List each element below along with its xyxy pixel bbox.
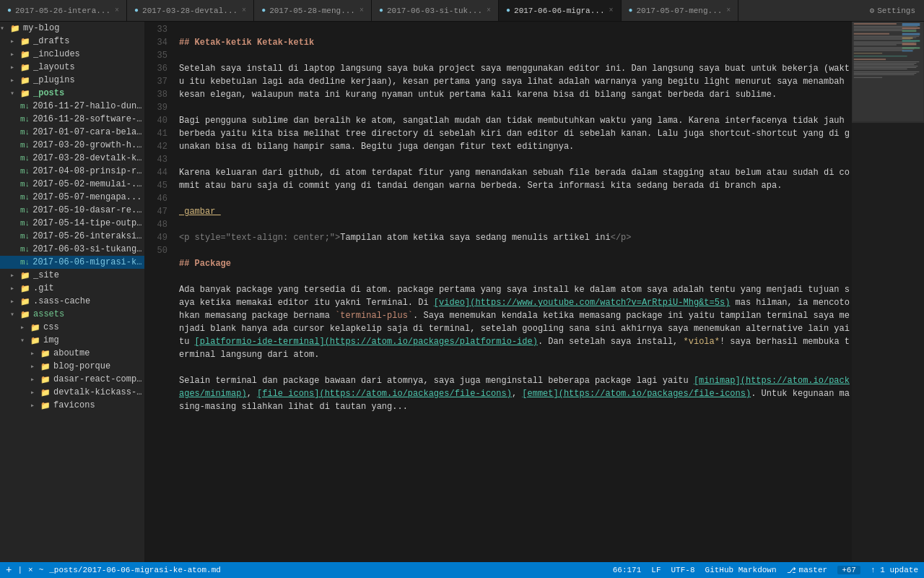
status-utf8[interactable]: UTF-8 — [671, 566, 695, 574]
sidebar-file-6[interactable]: m↓ 2017-04-08-prinsip-r... — [0, 165, 144, 178]
dasar-folder-icon: 📁 — [40, 375, 51, 384]
status-syntax[interactable]: GitHub Markdown — [705, 566, 777, 574]
tab-close-6[interactable]: × — [726, 7, 731, 14]
tab-close-2[interactable]: × — [242, 7, 246, 14]
sidebar-item-includes[interactable]: ▸ 📁 _includes — [0, 48, 144, 61]
sidebar-file-13[interactable]: m↓ 2017-06-06-migrasi-k... — [0, 256, 144, 269]
sidebar-file-7[interactable]: m↓ 2017-05-02-memulai-... — [0, 178, 144, 191]
root-label: my-blog — [23, 23, 59, 33]
code-line-39[interactable] — [179, 153, 852, 166]
root-arrow: ▾ — [0, 24, 10, 33]
dasar-label: dasar-react-compo... — [53, 374, 144, 384]
code-line-37[interactable] — [179, 101, 852, 114]
tab-close-5[interactable]: × — [609, 7, 613, 14]
posts-folder-icon: 📁 — [20, 89, 30, 98]
line-num-41: 41 — [144, 127, 167, 140]
code-line-41[interactable] — [179, 192, 852, 205]
code-line-48[interactable]: Ada banyak package yang tersedia di atom… — [179, 283, 852, 361]
file-label-2: 2016-11-28-software-... — [32, 114, 144, 124]
sidebar-item-img[interactable]: ▾ 📁 img — [0, 334, 144, 347]
layouts-folder-icon: 📁 — [20, 63, 30, 72]
blogpor-arrow: ▸ — [30, 362, 40, 371]
line-num-36: 36 — [144, 62, 167, 75]
code-line-45[interactable] — [179, 244, 852, 257]
code-line-34[interactable]: ## Ketak-ketik Ketak-ketik — [179, 36, 852, 49]
sidebar-item-css[interactable]: ▸ 📁 css — [0, 321, 144, 334]
devtalk-label: devtalk-kickass-re... — [53, 387, 144, 397]
sidebar-file-3[interactable]: m↓ 2017-01-07-cara-bela... — [0, 126, 144, 139]
sidebar-item-devtalk[interactable]: ▸ 📁 devtalk-kickass-re... — [0, 386, 144, 399]
code-line-40[interactable]: Karena keluaran dari github, di atom ter… — [179, 166, 852, 192]
tab-label-1: 2017-05-26-intera... — [15, 7, 110, 15]
tab-label-3: 2017-05-28-meng... — [269, 7, 355, 15]
tab-icon-2: ● — [134, 7, 139, 14]
sidebar-file-10[interactable]: m↓ 2017-05-14-tipe-outp... — [0, 217, 144, 230]
sidebar-item-git[interactable]: ▸ 📁 .git — [0, 282, 144, 295]
code-line-35[interactable] — [179, 49, 852, 62]
settings-tab[interactable]: ⚙ Settings — [861, 6, 924, 15]
tab-2[interactable]: ● 2017-03-28-devtal... × — [127, 0, 254, 22]
site-folder-icon: 📁 — [20, 271, 30, 280]
code-line-43[interactable] — [179, 218, 852, 231]
sidebar-item-favicons[interactable]: ▸ 📁 favicons — [0, 399, 144, 412]
status-updates[interactable]: ↑ 1 update — [871, 566, 918, 574]
sidebar-file-1[interactable]: m↓ 2016-11-27-hallo-dun... — [0, 100, 144, 113]
code-line-44[interactable]: <p style="text-align: center;">Tampilan … — [179, 231, 852, 244]
line-num-42: 42 — [144, 140, 167, 153]
tab-6[interactable]: ● 2017-05-07-meng... × — [622, 0, 739, 22]
sidebar-file-5[interactable]: m↓ 2017-03-28-devtalk-k... — [0, 152, 144, 165]
tab-1[interactable]: ● 2017-05-26-intera... × — [0, 0, 127, 22]
code-line-33[interactable] — [179, 23, 852, 36]
code-line-46[interactable]: ## Package — [179, 257, 852, 270]
sidebar[interactable]: ▾ 📁 my-blog ▸ 📁 _drafts ▸ 📁 _includes ▸ … — [0, 22, 144, 562]
code-line-42[interactable]: _gambar_ — [179, 205, 852, 218]
editor-content[interactable]: ## Ketak-ketik Ketak-ketikSetelah saya i… — [173, 22, 852, 562]
status-close-icon[interactable]: × — [28, 566, 33, 574]
minimap[interactable] — [852, 22, 924, 562]
tab-icon-5: ● — [506, 7, 510, 14]
sidebar-item-site[interactable]: ▸ 📁 _site — [0, 269, 144, 282]
tab-3[interactable]: ● 2017-05-28-meng... × — [254, 0, 372, 22]
sass-label: .sass-cache — [33, 296, 90, 306]
status-right: 66:171 LF UTF-8 GitHub Markdown ⎇ master… — [613, 566, 918, 575]
file-label-4: 2017-03-20-growth-h... — [32, 140, 144, 150]
code-line-36[interactable]: Setelah saya install di laptop langsung … — [179, 62, 852, 101]
tab-close-1[interactable]: × — [115, 7, 119, 14]
sidebar-item-layouts[interactable]: ▸ 📁 _layouts — [0, 61, 144, 74]
svg-rect-30 — [902, 27, 920, 29]
status-cursor[interactable]: 66:171 — [613, 566, 642, 574]
sidebar-item-drafts[interactable]: ▸ 📁 _drafts — [0, 35, 144, 48]
file-label-10: 2017-05-14-tipe-outp... — [32, 218, 144, 228]
sidebar-file-12[interactable]: m↓ 2017-06-03-si-tukang... — [0, 243, 144, 256]
tab-close-3[interactable]: × — [359, 7, 364, 14]
sidebar-file-2[interactable]: m↓ 2016-11-28-software-... — [0, 113, 144, 126]
sidebar-item-sass[interactable]: ▸ 📁 .sass-cache — [0, 295, 144, 308]
sidebar-item-plugins[interactable]: ▸ 📁 _plugins — [0, 74, 144, 87]
sidebar-file-8[interactable]: m↓ 2017-05-07-mengapa... — [0, 191, 144, 204]
sidebar-item-aboutme[interactable]: ▸ 📁 aboutme — [0, 347, 144, 360]
code-line-49[interactable] — [179, 361, 852, 374]
status-left: + | × ~ _posts/2017-06-06-migrasi-ke-ato… — [6, 564, 221, 576]
sidebar-root[interactable]: ▾ 📁 my-blog — [0, 22, 144, 35]
sidebar-file-9[interactable]: m↓ 2017-05-10-dasar-re... — [0, 204, 144, 217]
status-lf[interactable]: LF — [651, 566, 661, 574]
file-label-1: 2016-11-27-hallo-dun... — [32, 101, 144, 111]
status-add-button[interactable]: + — [6, 564, 12, 576]
sidebar-item-posts[interactable]: ▾ 📁 _posts — [0, 87, 144, 100]
tab-4[interactable]: ● 2017-06-03-si-tuk... × — [372, 0, 499, 22]
sidebar-item-blogpor[interactable]: ▸ 📁 blog-porque — [0, 360, 144, 373]
tab-5[interactable]: ● 2017-06-06-migra... × — [499, 0, 621, 22]
tab-close-4[interactable]: × — [487, 7, 491, 14]
status-branch[interactable]: ⎇ master — [787, 566, 828, 575]
status-git-changes[interactable]: +67 — [837, 566, 860, 574]
posts-label: _posts — [33, 88, 64, 98]
drafts-folder-icon: 📁 — [20, 37, 30, 46]
code-line-50[interactable]: Selain terminal dan package bawaan dari … — [179, 374, 852, 413]
sidebar-item-assets[interactable]: ▾ 📁 assets — [0, 308, 144, 321]
sidebar-item-dasar[interactable]: ▸ 📁 dasar-react-compo... — [0, 373, 144, 386]
code-line-38[interactable]: Bagi pengguna sublime dan beralih ke ato… — [179, 114, 852, 153]
sidebar-file-4[interactable]: m↓ 2017-03-20-growth-h... — [0, 139, 144, 152]
svg-rect-37 — [902, 50, 913, 51]
code-line-47[interactable] — [179, 270, 852, 283]
sidebar-file-11[interactable]: m↓ 2017-05-26-interaksi-... — [0, 230, 144, 243]
